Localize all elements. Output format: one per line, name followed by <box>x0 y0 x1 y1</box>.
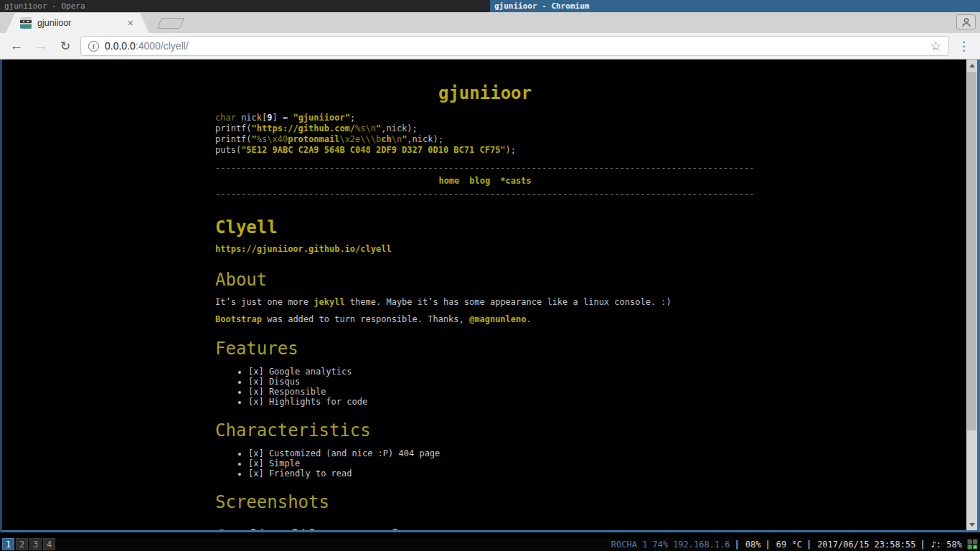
text-run: "5E12 9ABC C2A9 564B C048 2DF9 D327 0D10… <box>241 145 505 155</box>
forward-button[interactable]: → <box>32 37 50 55</box>
tab-title: gjuniioor <box>37 18 126 28</box>
inline-link[interactable]: @magnunleno <box>469 314 526 324</box>
browser-menu-icon[interactable]: ⋮ <box>955 39 973 54</box>
profile-button[interactable] <box>956 14 976 29</box>
workspace-button-4[interactable]: 4 <box>43 538 55 550</box>
status-separator: | <box>920 540 925 550</box>
web-viewport: gjuniioor char nick[9] = "gjuniioor";pri… <box>0 60 980 532</box>
dashed-separator: ----------------------------------------… <box>215 191 755 198</box>
text-run: printf( <box>215 123 252 133</box>
code-line: printf("%s\x40protonmail\x2e\\\bch\n",ni… <box>215 134 755 145</box>
page-title: gjuniioor <box>215 83 755 104</box>
text-run: \n <box>392 134 402 144</box>
text-run: \x2e\\\b <box>339 134 381 144</box>
scroll-up-icon[interactable] <box>966 60 977 71</box>
reload-button[interactable]: ↻ <box>56 37 75 55</box>
nav-link-blog[interactable]: blog <box>469 176 490 186</box>
scroll-down-icon[interactable] <box>966 519 977 530</box>
browser-tab[interactable]: gjuniioor × <box>6 13 149 33</box>
text-run: printf( <box>215 134 252 144</box>
text-run: %s\n <box>355 123 376 133</box>
workspace-button-2[interactable]: 2 <box>16 538 28 550</box>
tab-favicon-icon <box>20 17 32 29</box>
text-run: ] = <box>273 113 293 123</box>
nav-link-home[interactable]: home <box>438 176 459 186</box>
text-run: It’s just one more <box>215 297 314 307</box>
status-separator: | <box>735 540 740 550</box>
nav-link-casts[interactable]: *casts <box>500 176 531 186</box>
workspace-switcher: 1234 <box>2 538 55 550</box>
window-title-chromium[interactable]: gjuniioor - Chromium <box>490 0 980 12</box>
webpage: gjuniioor char nick[9] = "gjuniioor";pri… <box>2 60 966 530</box>
text-run: puts( <box>215 145 241 155</box>
project-heading: Clyell <box>215 217 755 238</box>
text-run: ch <box>381 134 391 144</box>
status-volume: ♪: 58% <box>931 540 962 550</box>
header-code-block: char nick[9] = "gjuniioor";printf("https… <box>215 113 755 156</box>
status-host: ROCHA 1 <box>611 540 648 550</box>
wm-statusbar: 1234 ROCHA 1 74% 192.168.1.6 | 08% | 69 … <box>0 537 980 551</box>
new-tab-button[interactable] <box>157 18 184 29</box>
status-cpu: 74% <box>652 540 668 550</box>
features-heading: Features <box>215 338 755 359</box>
characteristics-heading: Characteristics <box>215 420 755 441</box>
text-run: ,nick); <box>381 123 418 133</box>
list-item: [x] Highlights for code <box>248 397 755 407</box>
page-scrollbar[interactable] <box>966 60 977 530</box>
list-item: [x] Friendly to read <box>248 468 755 479</box>
page-info-icon[interactable]: i <box>88 41 99 52</box>
list-item: [x] Customized (and nice :P) 404 page <box>248 448 755 458</box>
url-host: 0.0.0.0 <box>105 40 136 52</box>
about-paragraph-1: It’s just one more jekyll theme. Maybe i… <box>215 297 755 308</box>
text-run: 9 <box>267 113 272 123</box>
wm-titlebar: gjuniioor - Opera gjuniioor - Chromium <box>0 0 980 12</box>
code-line: printf("https://github.com/%s\n",nick); <box>215 123 755 134</box>
chromium-window: gjuniioor × ← → ↻ i 0.0.0.0:4000/clyell/… <box>0 12 980 532</box>
about-paragraph-2: Bootstrap was added to turn responsible.… <box>215 314 755 325</box>
text-run: ); <box>506 145 516 155</box>
text-run: protonmail <box>288 134 339 144</box>
text-run: char <box>215 113 236 123</box>
window-title-opera[interactable]: gjuniioor - Opera <box>0 0 490 12</box>
status-temperature: 69 °C <box>776 540 802 550</box>
features-list: [x] Google analytics[x] Disqus[x] Respon… <box>215 367 755 407</box>
text-run: ; <box>350 113 355 123</box>
inline-link[interactable]: Bootstrap <box>215 314 262 324</box>
code-line: char nick[9] = "gjuniioor"; <box>215 113 755 123</box>
user-icon <box>961 17 971 27</box>
inline-link[interactable]: jekyll <box>314 297 344 307</box>
text-run: %s\x40 <box>257 134 288 144</box>
back-button[interactable]: ← <box>7 37 26 55</box>
list-item: [x] Disqus <box>248 377 755 387</box>
status-datetime: 2017/06/15 23:58:55 <box>817 540 915 550</box>
updates-tray-icon[interactable] <box>967 539 978 550</box>
status-battery: 08% <box>745 540 761 550</box>
list-item: [x] Simple <box>248 458 755 468</box>
screenshots-heading: Screenshots <box>215 491 755 513</box>
workspace-button-3[interactable]: 3 <box>29 538 42 550</box>
project-url-link[interactable]: https://gjuniioor.github.io/clyell <box>215 244 392 255</box>
url-text: 0.0.0.0:4000/clyell/ <box>105 40 925 52</box>
text-run: ,nick); <box>407 134 443 144</box>
tab-strip: gjuniioor × <box>0 12 980 33</box>
window-title-opera-label: gjuniioor - Opera <box>4 1 85 11</box>
tab-close-icon[interactable]: × <box>126 18 135 28</box>
bookmark-star-icon[interactable]: ☆ <box>930 39 941 54</box>
window-title-chromium-label: gjuniioor - Chromium <box>494 1 589 11</box>
address-bar[interactable]: i 0.0.0.0:4000/clyell/ ☆ <box>80 36 949 56</box>
text-run: was added to turn responsible. Thanks, <box>262 314 469 324</box>
characteristics-list: [x] Customized (and nice :P) 404 page[x]… <box>215 448 755 479</box>
status-ip: 192.168.1.6 <box>673 540 730 550</box>
dashed-separator: ----------------------------------------… <box>215 164 755 171</box>
status-info: ROCHA 1 74% 192.168.1.6 | 08% | 69 °C | … <box>606 539 978 550</box>
scrollbar-thumb[interactable] <box>967 72 976 430</box>
workspace-button-1[interactable]: 1 <box>2 538 14 550</box>
url-path: :4000/clyell/ <box>136 40 189 52</box>
text-run: " <box>252 134 257 144</box>
site-nav: homeblog*casts <box>215 176 755 187</box>
code-line: puts("5E12 9ABC C2A9 564B C048 2DF9 D327… <box>215 145 755 156</box>
list-item: [x] Google analytics <box>248 367 755 377</box>
about-heading: About <box>215 269 755 291</box>
text-run: . <box>527 314 532 324</box>
config-heading: Config file example <box>215 526 755 530</box>
